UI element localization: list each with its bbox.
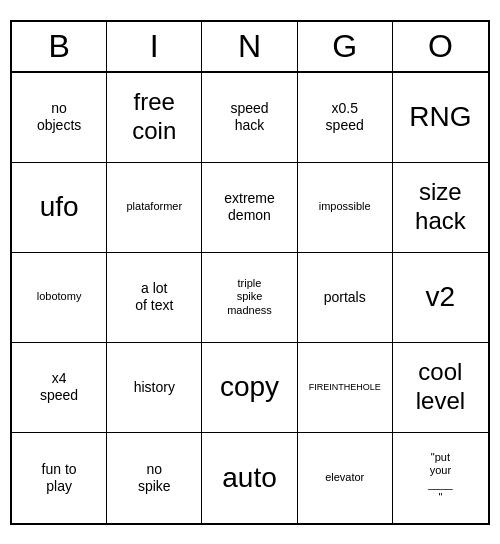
cell-text: a lot of text	[135, 280, 173, 314]
bingo-cell: ufo	[12, 163, 107, 253]
header-letter: O	[393, 22, 488, 71]
cell-text: "put your ____ "	[428, 451, 452, 504]
cell-text: history	[134, 379, 175, 396]
cell-text: x4 speed	[40, 370, 78, 404]
cell-text: plataformer	[126, 200, 182, 213]
cell-text: copy	[220, 370, 279, 404]
bingo-cell: x0.5 speed	[298, 73, 393, 163]
bingo-cell: "put your ____ "	[393, 433, 488, 523]
cell-text: lobotomy	[37, 290, 82, 303]
cell-text: RNG	[409, 100, 471, 134]
bingo-cell: copy	[202, 343, 297, 433]
cell-text: free coin	[132, 88, 176, 146]
cell-text: size hack	[415, 178, 466, 236]
bingo-cell: a lot of text	[107, 253, 202, 343]
bingo-cell: cool level	[393, 343, 488, 433]
bingo-grid: no objectsfree coinspeed hackx0.5 speedR…	[12, 73, 488, 523]
bingo-cell: RNG	[393, 73, 488, 163]
bingo-cell: free coin	[107, 73, 202, 163]
bingo-cell: auto	[202, 433, 297, 523]
bingo-cell: plataformer	[107, 163, 202, 253]
cell-text: cool level	[416, 358, 465, 416]
bingo-cell: FIREINTHEHOLE	[298, 343, 393, 433]
cell-text: fun to play	[42, 461, 77, 495]
header-letter: N	[202, 22, 297, 71]
bingo-cell: fun to play	[12, 433, 107, 523]
cell-text: no objects	[37, 100, 81, 134]
cell-text: extreme demon	[224, 190, 275, 224]
bingo-cell: x4 speed	[12, 343, 107, 433]
header-letter: G	[298, 22, 393, 71]
bingo-cell: portals	[298, 253, 393, 343]
cell-text: FIREINTHEHOLE	[309, 382, 381, 393]
bingo-cell: extreme demon	[202, 163, 297, 253]
bingo-cell: speed hack	[202, 73, 297, 163]
cell-text: v2	[426, 280, 456, 314]
cell-text: triple spike madness	[227, 277, 272, 317]
cell-text: impossible	[319, 200, 371, 213]
bingo-cell: v2	[393, 253, 488, 343]
cell-text: auto	[222, 461, 277, 495]
bingo-cell: lobotomy	[12, 253, 107, 343]
header-letter: B	[12, 22, 107, 71]
bingo-card: BINGO no objectsfree coinspeed hackx0.5 …	[10, 20, 490, 525]
bingo-cell: size hack	[393, 163, 488, 253]
bingo-cell: no spike	[107, 433, 202, 523]
cell-text: x0.5 speed	[326, 100, 364, 134]
bingo-cell: elevator	[298, 433, 393, 523]
bingo-header: BINGO	[12, 22, 488, 73]
cell-text: ufo	[40, 190, 79, 224]
cell-text: no spike	[138, 461, 171, 495]
cell-text: portals	[324, 289, 366, 306]
bingo-cell: no objects	[12, 73, 107, 163]
bingo-cell: history	[107, 343, 202, 433]
header-letter: I	[107, 22, 202, 71]
cell-text: elevator	[325, 471, 364, 484]
bingo-cell: impossible	[298, 163, 393, 253]
cell-text: speed hack	[230, 100, 268, 134]
bingo-cell: triple spike madness	[202, 253, 297, 343]
